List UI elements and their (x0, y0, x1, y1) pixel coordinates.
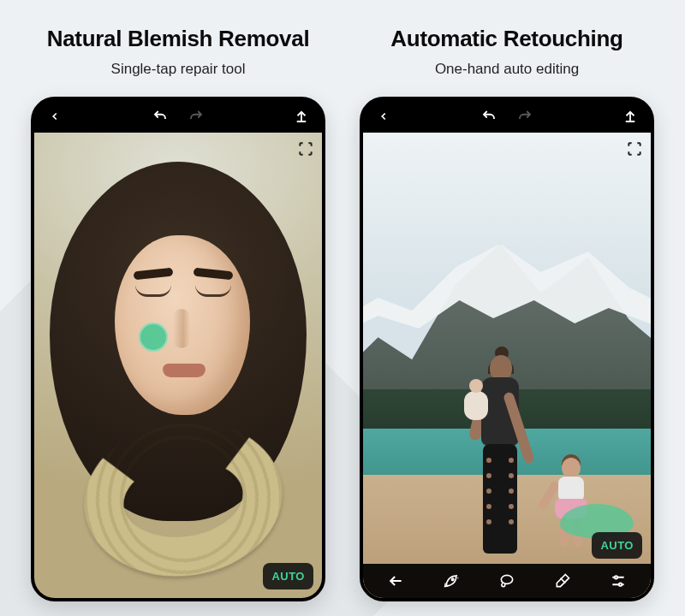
svg-line-5 (560, 578, 565, 583)
svg-point-4 (501, 575, 512, 583)
photo-subject-adult (466, 355, 534, 569)
undo-icon[interactable] (480, 108, 497, 125)
sliders-icon[interactable] (610, 572, 627, 589)
export-icon[interactable] (293, 108, 310, 125)
focus-frame-icon[interactable] (625, 139, 644, 158)
back-icon[interactable] (46, 108, 63, 125)
panel-auto-retouch: Automatic Retouching One-hand auto editi… (360, 26, 654, 601)
panel-title: Natural Blemish Removal (31, 26, 325, 52)
editor-topbar (34, 100, 322, 133)
svg-point-3 (452, 578, 455, 581)
editor-bottombar (363, 564, 651, 598)
heal-spot-marker[interactable] (139, 323, 168, 352)
back-icon[interactable] (375, 108, 392, 125)
panel-subtitle: One-hand auto editing (360, 61, 654, 78)
panel-title: Automatic Retouching (360, 26, 654, 52)
phone-mockup-left: AUTO (31, 97, 325, 601)
redo-icon[interactable] (516, 108, 533, 125)
editor-topbar (363, 100, 651, 133)
export-icon[interactable] (622, 108, 639, 125)
panel-blemish-removal: Natural Blemish Removal Single-tap repai… (31, 26, 325, 601)
svg-point-9 (618, 583, 621, 586)
photo-canvas[interactable]: AUTO (363, 133, 651, 598)
svg-point-7 (614, 576, 616, 578)
phone-mockup-right: AUTO (360, 97, 654, 601)
auto-button[interactable]: AUTO (592, 532, 642, 559)
lasso-icon[interactable] (498, 572, 515, 589)
focus-frame-icon[interactable] (296, 139, 315, 158)
magic-rocket-icon[interactable] (443, 572, 460, 589)
auto-button[interactable]: AUTO (263, 563, 313, 589)
undo-icon[interactable] (152, 108, 169, 125)
back-arrow-icon[interactable] (387, 572, 404, 589)
redo-icon[interactable] (188, 108, 205, 125)
eraser-icon[interactable] (554, 572, 571, 589)
panel-subtitle: Single-tap repair tool (31, 61, 325, 78)
photo-canvas[interactable]: AUTO (34, 133, 322, 598)
